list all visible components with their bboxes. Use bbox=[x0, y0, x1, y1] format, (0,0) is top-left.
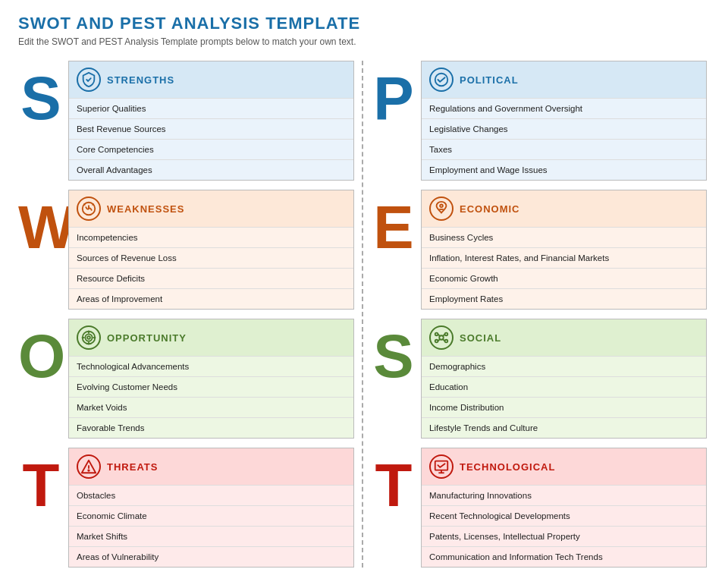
economic-label: ECONOMIC bbox=[460, 203, 520, 215]
economic-header: ECONOMIC bbox=[422, 190, 706, 227]
list-item: Market Shifts bbox=[69, 526, 353, 546]
political-header: POLITICAL bbox=[422, 61, 706, 98]
weaknesses-box: WEAKNESSES Incompetencies Sources of Rev… bbox=[68, 190, 354, 310]
list-item: Overall Advantages bbox=[69, 159, 353, 180]
weaknesses-label: WEAKNESSES bbox=[107, 203, 184, 215]
svg-point-17 bbox=[435, 340, 438, 343]
weaknesses-icon bbox=[77, 197, 101, 221]
letter-o: O bbox=[18, 326, 64, 387]
technological-box: TECHNOLOGICAL Manufacturing Innovations … bbox=[421, 448, 707, 568]
list-item: Obstacles bbox=[69, 485, 353, 505]
threats-box: THREATS Obstacles Economic Climate Marke… bbox=[68, 448, 354, 568]
weaknesses-row: W WEAKNESSES Incompetencies bbox=[18, 190, 354, 310]
list-item: Inflation, Interest Rates, and Financial… bbox=[422, 247, 706, 268]
letter-s: S bbox=[18, 68, 64, 129]
list-item: Technological Advancements bbox=[69, 356, 353, 376]
list-item: Communication and Information Tech Trend… bbox=[422, 546, 706, 567]
list-item: Resource Deficits bbox=[69, 268, 353, 288]
strengths-box: STRENGTHS Superior Qualities Best Revenu… bbox=[68, 61, 354, 181]
svg-line-20 bbox=[443, 334, 445, 336]
technological-label: TECHNOLOGICAL bbox=[460, 461, 555, 473]
letter-t-swot: T bbox=[18, 455, 64, 516]
list-item: Patents, Licenses, Intellectual Property bbox=[422, 526, 706, 546]
political-label: POLITICAL bbox=[460, 74, 519, 86]
list-item: Areas of Vulnerability bbox=[69, 546, 353, 567]
opportunity-row: O OPPORTUNITY bbox=[18, 319, 354, 439]
letter-e: E bbox=[371, 197, 416, 258]
list-item: Demographics bbox=[422, 356, 706, 376]
opportunity-label: OPPORTUNITY bbox=[107, 332, 187, 344]
svg-point-11 bbox=[88, 470, 89, 470]
threats-row: T THREATS Obstacles Economic Climate Mar… bbox=[18, 448, 354, 568]
list-item: Legislative Changes bbox=[422, 118, 706, 139]
social-icon bbox=[429, 325, 454, 350]
main-layout: S STRENGTHS Superior Qualities Best Reve… bbox=[18, 61, 707, 568]
economic-icon bbox=[429, 197, 454, 221]
svg-line-19 bbox=[438, 334, 440, 336]
threats-icon bbox=[77, 454, 101, 479]
swot-half: S STRENGTHS Superior Qualities Best Reve… bbox=[18, 61, 354, 568]
svg-line-22 bbox=[443, 339, 445, 341]
list-item: Taxes bbox=[422, 139, 706, 159]
list-item: Economic Growth bbox=[422, 268, 706, 288]
list-item: Income Distribution bbox=[422, 397, 706, 417]
list-item: Evolving Customer Needs bbox=[69, 376, 353, 397]
social-header: SOCIAL bbox=[422, 319, 706, 356]
list-item: Manufacturing Innovations bbox=[422, 485, 706, 505]
pest-half: P POLITICAL Regulations and Government O… bbox=[371, 61, 707, 568]
page-title: SWOT AND PEST ANALYSIS TEMPLATE bbox=[18, 14, 707, 33]
opportunity-icon bbox=[77, 325, 101, 350]
social-box: SOCIAL Demographics Education Income Dis… bbox=[421, 319, 707, 439]
opportunity-box: OPPORTUNITY Technological Advancements E… bbox=[68, 319, 354, 439]
list-item: Sources of Revenue Loss bbox=[69, 247, 353, 268]
svg-point-5 bbox=[87, 336, 90, 339]
political-box: POLITICAL Regulations and Government Ove… bbox=[421, 61, 707, 181]
center-divider bbox=[362, 61, 363, 568]
strengths-header: STRENGTHS bbox=[69, 61, 353, 98]
threats-header: THREATS bbox=[69, 448, 353, 485]
opportunity-header: OPPORTUNITY bbox=[69, 319, 353, 356]
svg-point-15 bbox=[435, 333, 438, 336]
letter-p: P bbox=[371, 68, 416, 129]
social-row: S bbox=[371, 319, 707, 439]
economic-row: E ECONOMIC Business Cycles Inflation, In… bbox=[371, 190, 707, 310]
list-item: Employment Rates bbox=[422, 288, 706, 309]
threats-label: THREATS bbox=[107, 461, 158, 473]
svg-point-13 bbox=[440, 205, 443, 208]
social-label: SOCIAL bbox=[460, 332, 501, 344]
list-item: Employment and Wage Issues bbox=[422, 159, 706, 180]
strengths-row: S STRENGTHS Superior Qualities Best Reve… bbox=[18, 61, 354, 181]
list-item: Business Cycles bbox=[422, 227, 706, 247]
economic-box: ECONOMIC Business Cycles Inflation, Inte… bbox=[421, 190, 707, 310]
svg-point-16 bbox=[445, 333, 448, 336]
list-item: Economic Climate bbox=[69, 505, 353, 526]
strengths-label: STRENGTHS bbox=[107, 74, 174, 86]
list-item: Market Voids bbox=[69, 397, 353, 417]
weaknesses-header: WEAKNESSES bbox=[69, 190, 353, 227]
page-subtitle: Edit the SWOT and PEST Analysis Template… bbox=[18, 36, 707, 47]
list-item: Incompetencies bbox=[69, 227, 353, 247]
political-row: P POLITICAL Regulations and Government O… bbox=[371, 61, 707, 181]
list-item: Areas of Improvement bbox=[69, 288, 353, 309]
list-item: Best Revenue Sources bbox=[69, 118, 353, 139]
list-item: Regulations and Government Oversight bbox=[422, 98, 706, 118]
technological-header: TECHNOLOGICAL bbox=[422, 448, 706, 485]
list-item: Education bbox=[422, 376, 706, 397]
svg-point-4 bbox=[85, 334, 92, 341]
svg-line-21 bbox=[438, 339, 440, 341]
list-item: Core Competencies bbox=[69, 139, 353, 159]
political-icon bbox=[429, 68, 454, 92]
list-item: Recent Technological Developments bbox=[422, 505, 706, 526]
technological-row: T TECHNOLOGICAL Manufacturing Innovation… bbox=[371, 448, 707, 568]
letter-s-pest: S bbox=[371, 326, 416, 387]
list-item: Lifestyle Trends and Culture bbox=[422, 417, 706, 438]
list-item: Superior Qualities bbox=[69, 98, 353, 118]
strengths-icon bbox=[77, 68, 101, 92]
technological-icon bbox=[429, 454, 454, 479]
svg-point-18 bbox=[445, 340, 448, 343]
letter-t-pest: T bbox=[371, 455, 416, 516]
list-item: Favorable Trends bbox=[69, 417, 353, 438]
letter-w: W bbox=[18, 197, 64, 258]
